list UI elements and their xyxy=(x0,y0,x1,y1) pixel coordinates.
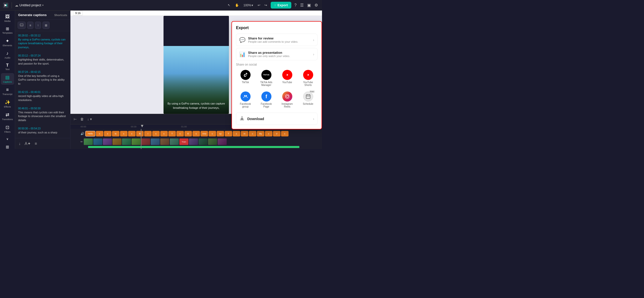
app-logo[interactable] xyxy=(3,3,9,8)
video-chip[interactable] xyxy=(141,138,150,145)
timeline-tracks[interactable]: 🔊 Hello c c tc c c B I c c T c E xyxy=(70,129,322,149)
shortcuts-link[interactable]: Shortcuts xyxy=(54,14,67,17)
video-chip[interactable] xyxy=(93,138,102,145)
social-item-youtube[interactable]: YouTube xyxy=(278,68,297,88)
sidebar-item-transitions[interactable]: ⇄ Transitions xyxy=(1,111,14,122)
share-as-presentation-option[interactable]: 📊 Share as presentation People can only … xyxy=(236,48,317,60)
captions-cc-button[interactable]: CC xyxy=(18,22,26,29)
caption-item[interactable]: 00:46:01 – 00:50:30 This means that cycl… xyxy=(17,106,68,124)
caption-chip[interactable]: E xyxy=(184,131,192,136)
track-edit-button[interactable]: ✏ xyxy=(80,140,83,143)
caption-chip[interactable]: T xyxy=(225,131,232,136)
caption-settings-button[interactable]: ≡ xyxy=(34,140,38,147)
video-chip[interactable] xyxy=(122,138,131,145)
export-button[interactable]: ↑ Export xyxy=(271,2,291,9)
social-item-facebook-group[interactable]: Facebook group xyxy=(236,90,255,110)
format-selector[interactable]: 9:16 xyxy=(73,11,83,16)
caption-chip[interactable]: Hello xyxy=(85,131,95,136)
caption-chip[interactable]: tc xyxy=(112,131,119,136)
download-option[interactable]: Download › xyxy=(236,113,317,125)
video-chip[interactable] xyxy=(160,138,169,145)
video-chip[interactable] xyxy=(218,138,227,145)
captions-upload-button[interactable]: ↑ xyxy=(35,22,41,29)
caption-chip[interactable]: c xyxy=(120,131,128,136)
zoom-control[interactable]: 100% ▾ xyxy=(242,3,255,8)
share-for-review-option[interactable]: 💬 Share for review People can add commen… xyxy=(236,34,317,46)
video-chip[interactable] xyxy=(198,138,208,145)
video-chip[interactable]: Train xyxy=(179,138,188,145)
track-volume-button[interactable]: 🔊 xyxy=(80,132,84,135)
caption-item[interactable]: 00:28:02 – 00:33:12 By using a GoPro cam… xyxy=(17,33,68,51)
captions-list-button[interactable]: ≡ xyxy=(27,22,33,29)
sidebar-item-captions[interactable]: ▤ Captions xyxy=(1,73,14,85)
settings-button[interactable]: ⚙ xyxy=(313,2,319,9)
caption-item[interactable]: 00:50:30 – 00:54:23 of their journey, su… xyxy=(17,126,68,136)
caption-chip[interactable]: c xyxy=(96,131,103,136)
caption-time: 00:37:24 – 00:42:15 xyxy=(18,71,67,73)
sidebar-expand-button[interactable]: ∨ xyxy=(1,136,14,142)
download-timeline-button[interactable]: ↓ ▾ xyxy=(87,116,93,122)
video-chip[interactable] xyxy=(151,138,160,145)
caption-chip[interactable]: By xyxy=(257,131,264,136)
social-item-facebook-page[interactable]: f Facebook Page xyxy=(257,90,276,110)
pointer-tool-button[interactable]: ↖ xyxy=(226,2,232,8)
social-item-schedule[interactable]: Free Schedule xyxy=(299,90,317,110)
caption-chip[interactable]: c xyxy=(233,131,240,136)
sidebar-item-effects[interactable]: ✨ Effects xyxy=(1,98,14,110)
caption-chip[interactable]: c xyxy=(128,131,136,136)
sidebar-item-audio[interactable]: ♪ Audio xyxy=(1,49,14,61)
caption-item[interactable]: 00:33:12 – 00:37:24 highlighting their s… xyxy=(17,53,68,67)
video-chip[interactable] xyxy=(132,138,141,145)
social-item-tiktok[interactable]: TikTok xyxy=(236,68,255,88)
caption-download-button[interactable]: ↓ xyxy=(18,140,22,147)
caption-chip[interactable]: c xyxy=(209,131,216,136)
project-title[interactable]: ☁ Untitled project ▾ xyxy=(15,3,44,7)
video-chip[interactable] xyxy=(170,138,179,145)
sidebar-item-filters[interactable]: ⊡ Filters xyxy=(1,123,14,135)
text-icon: T xyxy=(6,63,9,68)
caption-item[interactable]: 00:37:24 – 00:42:15 One of the key benef… xyxy=(17,69,68,87)
delete-button[interactable]: 🗑 xyxy=(79,116,85,122)
video-chip[interactable] xyxy=(189,138,198,145)
social-item-instagram[interactable]: Instagram Reels xyxy=(278,90,297,110)
layout-button[interactable]: ▣ xyxy=(306,2,312,9)
caption-chip[interactable]: c xyxy=(160,131,168,136)
caption-chip[interactable]: c xyxy=(265,131,272,136)
comments-button[interactable]: ☰ xyxy=(299,2,305,9)
caption-item[interactable]: 00:42:15 – 00:46:01 record high-quality … xyxy=(17,89,68,104)
undo-button[interactable]: ↩ xyxy=(256,2,262,8)
sidebar-item-media[interactable]: 🖼 Media xyxy=(1,13,14,24)
video-chip[interactable] xyxy=(208,138,217,145)
redo-button[interactable]: ↪ xyxy=(263,2,269,8)
sidebar-item-transcript[interactable]: ≡ Transcript xyxy=(1,86,14,97)
caption-chip[interactable]: I xyxy=(144,131,152,136)
sidebar-item-elements[interactable]: ✦ Elements xyxy=(1,37,14,48)
video-chip[interactable] xyxy=(84,138,93,145)
caption-chip[interactable]: In xyxy=(241,131,248,136)
sidebar-bottom-icon[interactable]: ▥ xyxy=(1,143,14,149)
instagram-label: Instagram Reels xyxy=(279,103,296,108)
sidebar-item-text[interactable]: T Text xyxy=(1,62,14,72)
caption-chip[interactable]: c xyxy=(176,131,184,136)
caption-chip[interactable]: B xyxy=(136,131,144,136)
help-button[interactable]: ? xyxy=(293,2,298,9)
captions-auto-button[interactable]: ⊞ xyxy=(43,22,50,29)
caption-translate-button[interactable]: A✦ xyxy=(24,140,32,147)
topbar-controls: ↖ ✋ 100% ▾ ↩ ↪ xyxy=(226,2,269,8)
video-chip[interactable] xyxy=(112,138,122,145)
caption-chip[interactable]: T xyxy=(168,131,176,136)
hand-tool-button[interactable]: ✋ xyxy=(233,2,240,8)
caption-chip[interactable]: c xyxy=(192,131,200,136)
caption-chip[interactable]: V xyxy=(273,131,280,136)
caption-chip[interactable]: c xyxy=(152,131,160,136)
caption-chip[interactable]: c xyxy=(104,131,111,136)
caption-chip[interactable]: c xyxy=(281,131,289,136)
trim-button[interactable]: ⊢ xyxy=(73,116,77,122)
caption-chip[interactable]: Ano xyxy=(200,131,208,136)
social-item-youtube-shorts[interactable]: YouTube Shorts xyxy=(299,68,317,88)
sidebar-item-templates[interactable]: ⊞ Templates xyxy=(1,25,14,36)
caption-chip[interactable]: c xyxy=(249,131,256,136)
social-item-tiktok-ads[interactable]: TikTok TikTok Ads Manager xyxy=(257,68,276,88)
caption-chip[interactable]: cy xyxy=(217,131,224,136)
video-chip[interactable] xyxy=(103,138,112,145)
